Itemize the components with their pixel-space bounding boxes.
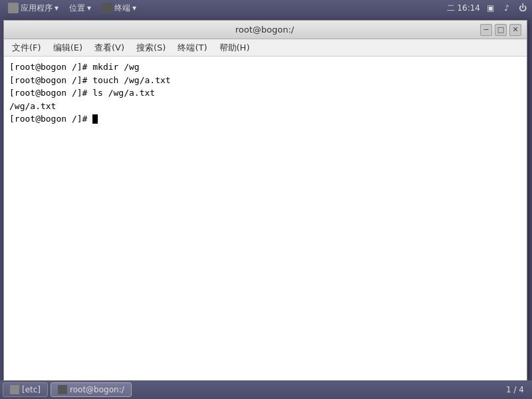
window-title: root@bogon:/	[49, 25, 480, 35]
apps-menu[interactable]: 应用程序 ▾	[4, 1, 63, 15]
terminal-line-4: /wg/a.txt	[9, 100, 521, 113]
taskbar-page: 1 / 4	[501, 385, 529, 394]
terminal-icon	[102, 3, 112, 13]
taskbar-terminal-label: root@bogon:/	[70, 385, 124, 394]
menu-edit[interactable]: 编辑(E)	[48, 40, 88, 56]
taskbar-item-etc[interactable]: [etc]	[3, 382, 48, 397]
places-menu[interactable]: 位置 ▾	[65, 1, 95, 15]
terminal-line-1: [root@bogon /]# mkdir /wg	[9, 61, 521, 74]
close-button[interactable]: ✕	[509, 24, 521, 36]
system-bar: 应用程序 ▾ 位置 ▾ 终端 ▾ 二 16:14 ▣ ♪ ⏻	[0, 0, 532, 16]
places-arrow: ▾	[87, 3, 91, 13]
volume-icon[interactable]: ♪	[501, 3, 512, 13]
menu-terminal[interactable]: 终端(T)	[172, 40, 212, 56]
taskbar-etc-icon	[10, 385, 19, 394]
maximize-button[interactable]: □	[495, 24, 507, 36]
minimize-button[interactable]: ─	[480, 24, 492, 36]
places-label: 位置	[69, 3, 85, 14]
taskbar: [etc] root@bogon:/ 1 / 4	[0, 380, 532, 399]
menu-help[interactable]: 帮助(H)	[214, 40, 255, 56]
terminal-content[interactable]: [root@bogon /]# mkdir /wg [root@bogon /]…	[4, 57, 527, 388]
terminal-window: root@bogon:/ ─ □ ✕ 文件(F) 编辑(E) 查看(V) 搜索(…	[3, 20, 527, 389]
menu-file[interactable]: 文件(F)	[7, 40, 47, 56]
terminal-cursor	[92, 114, 98, 124]
terminal-line-5: [root@bogon /]#	[9, 112, 521, 126]
taskbar-terminal-icon	[58, 385, 67, 394]
terminal-line-2: [root@bogon /]# touch /wg/a.txt	[9, 74, 521, 87]
apps-arrow: ▾	[55, 3, 59, 13]
apps-icon	[8, 3, 19, 13]
system-bar-right: 二 16:14 ▣ ♪ ⏻	[447, 3, 528, 14]
system-bar-left: 应用程序 ▾ 位置 ▾ 终端 ▾	[4, 1, 140, 15]
terminal-label: 终端	[114, 3, 130, 14]
apps-label: 应用程序	[21, 3, 53, 14]
taskbar-etc-label: [etc]	[22, 385, 41, 394]
menu-view[interactable]: 查看(V)	[89, 40, 130, 56]
title-bar: root@bogon:/ ─ □ ✕	[4, 21, 527, 39]
power-icon[interactable]: ⏻	[517, 3, 528, 13]
terminal-menu[interactable]: 终端 ▾	[98, 1, 140, 15]
menu-search[interactable]: 搜索(S)	[131, 40, 171, 56]
terminal-arrow: ▾	[132, 3, 136, 13]
clock: 二 16:14	[447, 3, 480, 14]
terminal-line-3: [root@bogon /]# ls /wg/a.txt	[9, 86, 521, 100]
screen-icon[interactable]: ▣	[485, 3, 496, 13]
menu-bar: 文件(F) 编辑(E) 查看(V) 搜索(S) 终端(T) 帮助(H)	[4, 39, 527, 57]
taskbar-item-terminal[interactable]: root@bogon:/	[51, 382, 132, 397]
window-controls: ─ □ ✕	[480, 24, 521, 36]
